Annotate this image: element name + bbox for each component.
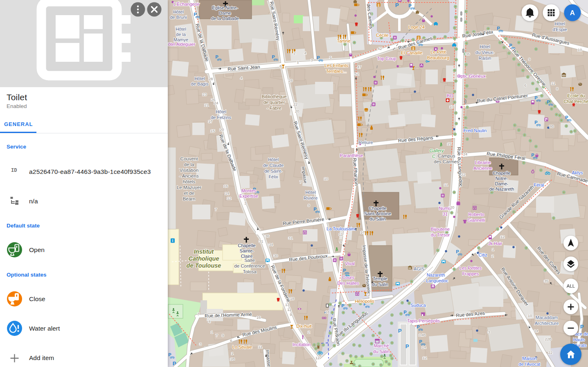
svg-text:Hôtel: Hôtel <box>216 109 226 114</box>
svg-text:Chapelle: Chapelle <box>238 243 255 248</box>
svg-text:des Carmes: des Carmes <box>434 159 459 164</box>
svg-text:Macaddam: Macaddam <box>536 315 558 320</box>
svg-text:AGIS: AGIS <box>414 266 424 271</box>
svg-text:Chapelle: Chapelle <box>493 171 510 176</box>
svg-text:Nazareth: Nazareth <box>427 272 445 277</box>
svg-text:Lo Stivale: Lo Stivale <box>232 344 252 349</box>
svg-text:12: 12 <box>315 356 320 360</box>
svg-text:16: 16 <box>257 315 261 320</box>
svg-text:2: 2 <box>368 292 370 297</box>
svg-text:Les Petites: Les Petites <box>460 266 482 270</box>
svg-text:2: 2 <box>293 51 295 55</box>
svg-text:Chat Perché: Chat Perché <box>563 99 588 104</box>
svg-text:de la: de la <box>176 32 186 37</box>
svg-text:du Salin: du Salin <box>372 282 388 287</box>
svg-text:de Conférence: de Conférence <box>234 263 265 268</box>
svg-text:24: 24 <box>463 152 468 156</box>
svg-text:1: 1 <box>492 247 494 252</box>
svg-text:Roberto: Roberto <box>468 212 484 217</box>
svg-text:d'Espie: d'Espie <box>552 27 567 32</box>
svg-text:du Trésor: du Trésor <box>431 232 450 237</box>
svg-text:9: 9 <box>308 203 310 207</box>
svg-text:Suduca: Suduca <box>410 303 426 308</box>
svg-text:Hauts: Hauts <box>573 337 585 342</box>
svg-text:30: 30 <box>274 253 278 258</box>
svg-text:A: A <box>570 9 575 17</box>
svg-text:1: 1 <box>297 60 299 64</box>
svg-text:42: 42 <box>378 46 382 51</box>
svg-text:de la: de la <box>184 162 195 167</box>
svg-text:Gallery: Gallery <box>430 148 444 153</box>
svg-text:Beaubourg: Beaubourg <box>427 55 449 60</box>
svg-text:11: 11 <box>444 182 448 187</box>
svg-text:L'Échangeoir: L'Échangeoir <box>173 2 200 7</box>
svg-text:11: 11 <box>287 307 291 312</box>
svg-text:3: 3 <box>488 330 490 334</box>
svg-text:14: 14 <box>534 329 538 333</box>
svg-text:BO: BO <box>447 93 453 98</box>
svg-text:8B: 8B <box>549 124 554 128</box>
svg-text:4: 4 <box>240 76 242 80</box>
svg-text:Tolosa: Tolosa <box>243 269 257 274</box>
svg-text:2: 2 <box>308 330 310 334</box>
svg-text:9: 9 <box>290 312 292 317</box>
svg-text:hôtels: hôtels <box>183 179 196 184</box>
svg-text:31: 31 <box>259 239 264 243</box>
svg-text:9: 9 <box>222 333 224 338</box>
svg-text:Institut: Institut <box>194 248 214 255</box>
svg-text:Top Coup: Top Coup <box>377 56 396 61</box>
svg-text:52: 52 <box>355 72 359 76</box>
svg-text:Incitation: Incitation <box>293 342 311 347</box>
svg-text:Hôtel: Hôtel <box>173 9 184 14</box>
svg-text:Cécile: Cécile <box>376 33 389 38</box>
svg-text:10: 10 <box>578 47 582 52</box>
svg-text:du Salin: du Salin <box>369 216 386 221</box>
svg-text:Notre-: Notre- <box>496 176 508 181</box>
svg-text:1B: 1B <box>230 357 235 361</box>
svg-text:18: 18 <box>325 310 330 314</box>
svg-text:Marché: Marché <box>374 343 389 348</box>
svg-text:Visitation: Visitation <box>180 168 198 173</box>
svg-text:- Fabre: - Fabre <box>267 106 281 110</box>
svg-text:du Salin: du Salin <box>373 349 390 354</box>
svg-text:47: 47 <box>357 65 362 69</box>
svg-text:6: 6 <box>524 83 526 88</box>
svg-text:de Bagis: de Bagis <box>191 81 209 86</box>
svg-text:31: 31 <box>288 236 293 240</box>
svg-text:Aktys: Aktys <box>572 170 583 175</box>
svg-text:Hôtel: Hôtel <box>194 76 205 81</box>
svg-text:9: 9 <box>528 57 530 61</box>
svg-text:Temple: Temple <box>373 276 387 281</box>
svg-text:12: 12 <box>227 196 232 200</box>
svg-text:14B: 14B <box>419 333 426 337</box>
svg-text:Béarn: Béarn <box>183 196 196 201</box>
svg-text:Mamye: Mamye <box>173 37 188 42</box>
svg-text:Les Enfants: Les Enfants <box>324 63 349 68</box>
svg-text:11: 11 <box>551 81 555 86</box>
svg-text:22: 22 <box>461 172 466 177</box>
svg-text:23: 23 <box>203 92 207 97</box>
svg-text:12: 12 <box>500 234 505 239</box>
svg-text:Reliure: Reliure <box>359 140 373 145</box>
svg-text:Dame-: Dame- <box>495 181 508 186</box>
svg-text:Maison: Maison <box>522 356 536 361</box>
svg-text:Saint-Antoine: Saint-Antoine <box>364 211 391 216</box>
svg-text:7: 7 <box>197 312 199 316</box>
svg-text:Frappes: Frappes <box>462 271 479 276</box>
svg-text:Loge 24: Loge 24 <box>408 25 425 29</box>
svg-text:de Toulouse: de Toulouse <box>187 262 221 269</box>
svg-text:de quartier: de quartier <box>264 100 285 105</box>
svg-text:6: 6 <box>230 338 232 343</box>
svg-text:de la Dalbade: de la Dalbade <box>211 16 239 21</box>
svg-text:de-Nazareth: de-Nazareth <box>489 187 514 191</box>
svg-text:de l'Avocat: de l'Avocat <box>518 362 540 367</box>
svg-text:8: 8 <box>556 86 558 91</box>
svg-text:Hôtel: Hôtel <box>305 190 316 195</box>
svg-text:Campus: Campus <box>438 153 455 158</box>
svg-text:Terribles...: Terribles... <box>326 69 347 74</box>
svg-text:9: 9 <box>340 240 342 244</box>
svg-text:Le Mazuyer: Le Mazuyer <box>177 185 201 190</box>
svg-text:La Toulousaine: La Toulousaine <box>327 226 357 231</box>
svg-text:13: 13 <box>285 302 290 307</box>
svg-text:16: 16 <box>224 184 228 188</box>
